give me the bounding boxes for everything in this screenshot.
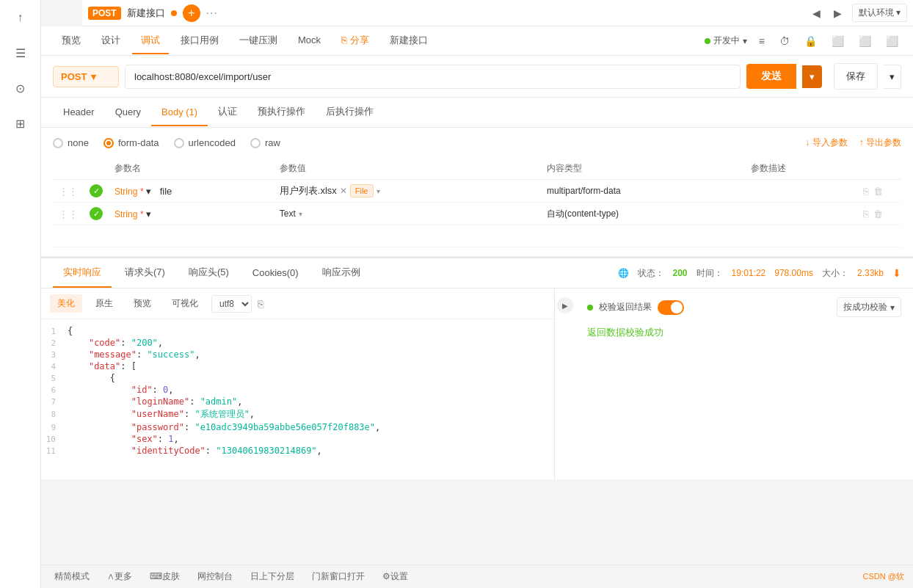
line-content: "password": "e10adc3949ba59abbe56e057f20… [68, 422, 554, 432]
row2-type-arrow[interactable]: ▾ [146, 208, 151, 219]
code-line: 11 "identityCode": "13040619830214869", [41, 445, 554, 457]
row2-value-type-arrow[interactable]: ▾ [299, 210, 302, 218]
save-button[interactable]: 保存 [834, 63, 878, 90]
req-tab-query[interactable]: Query [105, 99, 151, 126]
row1-delete-icon[interactable]: 🗑 [873, 186, 883, 197]
req-tab-auth[interactable]: 认证 [208, 98, 247, 127]
drag-handle-icon[interactable]: ⋮⋮ [59, 208, 78, 219]
validate-status-dot [587, 305, 593, 311]
radio-raw-circle [250, 138, 261, 148]
req-tab-post[interactable]: 后执行操作 [316, 98, 384, 127]
resp-format-raw[interactable]: 原生 [88, 294, 120, 313]
row2-description[interactable] [745, 203, 857, 225]
resp-tab-req-headers[interactable]: 请求头(7) [114, 258, 175, 288]
method-select[interactable]: POST ▾ [53, 66, 119, 87]
radio-urlencoded-label: urlencoded [189, 137, 236, 148]
row2-copy-icon[interactable]: ⎘ [863, 208, 869, 219]
arrow-left-icon[interactable]: ◀ [810, 4, 823, 22]
export-params-button[interactable]: ↑ 导出参数 [859, 137, 901, 149]
radio-urlencoded[interactable]: urlencoded [174, 137, 236, 148]
row1-check[interactable]: ✓ [90, 184, 103, 197]
default-env-button[interactable]: 默认环境 ▾ [852, 4, 907, 22]
nav-list-icon[interactable]: ≡ [756, 32, 768, 50]
resp-format-visual[interactable]: 可视化 [164, 294, 205, 313]
row1-description[interactable] [745, 180, 857, 203]
req-tab-body[interactable]: Body (1) [151, 99, 208, 126]
tab-design[interactable]: 设计 [92, 28, 129, 54]
resp-tab-realtime[interactable]: 实时响应 [53, 258, 112, 288]
radio-none-label: none [68, 137, 89, 148]
save-arrow-button[interactable]: ▾ [884, 65, 901, 89]
env-arrow: ▾ [743, 36, 747, 46]
response-toolbar: 美化 原生 预览 可视化 utf8 ⎘ [41, 288, 554, 319]
encoding-select[interactable]: utf8 [211, 295, 252, 313]
resp-tab-examples[interactable]: 响应示例 [312, 258, 371, 288]
row2-type[interactable]: String [114, 209, 137, 219]
tab-mock[interactable]: Mock [289, 29, 330, 53]
row1-value-type-arrow[interactable]: ▾ [377, 187, 380, 195]
code-line: 8 "userName": "系统管理员", [41, 407, 554, 421]
nav-expand-icon[interactable]: ⬜ [883, 32, 901, 50]
tab-share[interactable]: ⎘ 分享 [332, 28, 378, 54]
tab-debug[interactable]: 调试 [132, 28, 169, 54]
line-content: "message": "success", [68, 349, 554, 360]
sidebar-menu-icon[interactable]: ☰ [9, 41, 32, 65]
import-params-button[interactable]: ↓ 导入参数 [805, 137, 847, 149]
method-value: POST [61, 71, 87, 82]
sidebar-upload-icon[interactable]: ↑ [9, 6, 32, 29]
resp-format-preview[interactable]: 预览 [126, 294, 159, 313]
send-button[interactable]: 发送 [746, 64, 796, 89]
line-number: 4 [41, 362, 68, 371]
radio-raw[interactable]: raw [250, 137, 280, 148]
code-line: 1{ [41, 325, 554, 337]
row1-type-arrow[interactable]: ▾ [146, 186, 151, 197]
tab-examples[interactable]: 接口用例 [172, 28, 228, 54]
drag-handle-icon[interactable]: ⋮⋮ [59, 186, 78, 197]
line-number: 1 [41, 327, 68, 336]
env-badge[interactable]: 开发中 ▾ [705, 35, 747, 47]
req-tab-pre[interactable]: 预执行操作 [247, 98, 316, 127]
url-input[interactable] [125, 65, 741, 89]
sidebar-target-icon[interactable]: ⊙ [9, 76, 32, 100]
empty-row [53, 225, 901, 247]
radio-form-data[interactable]: form-data [103, 137, 159, 148]
new-tab-button[interactable]: + [183, 4, 200, 22]
row1-name-value[interactable]: file [160, 186, 172, 197]
tab-new-api[interactable]: 新建接口 [381, 28, 437, 54]
row2-text-value: Text [280, 208, 296, 219]
download-icon[interactable]: ⬇ [892, 267, 901, 279]
req-tab-header[interactable]: Header [53, 99, 105, 126]
validate-result: 返回数据校验成功 [587, 326, 901, 339]
nav-split-icon[interactable]: ⬜ [856, 32, 874, 50]
more-options-button[interactable]: ··· [206, 7, 218, 20]
validate-toggle[interactable] [658, 300, 684, 315]
row2-delete-icon[interactable]: 🗑 [873, 208, 883, 219]
row1-copy-icon[interactable]: ⎘ [863, 186, 869, 197]
sidebar-grid-icon[interactable]: ⊞ [9, 112, 32, 135]
row2-actions: ⎘ 🗑 [863, 208, 895, 219]
row2-check[interactable]: ✓ [90, 207, 103, 220]
row1-clear-icon[interactable]: ✕ [340, 186, 347, 196]
nav-copy-icon[interactable]: ⬜ [829, 32, 847, 50]
copy-response-icon[interactable]: ⎘ [258, 298, 263, 310]
resp-format-beautify[interactable]: 美化 [50, 294, 82, 313]
expand-arrow-button[interactable]: ▶ [557, 297, 573, 313]
resp-tab-resp-headers[interactable]: 响应头(5) [178, 258, 239, 288]
duration-value: 978.00ms [774, 268, 813, 278]
code-line: 3 "message": "success", [41, 349, 554, 360]
send-arrow-button[interactable]: ▾ [802, 65, 822, 88]
tab-preview[interactable]: 预览 [53, 28, 90, 54]
tab-pressure[interactable]: 一键压测 [230, 28, 286, 54]
play-icon[interactable]: ▶ [831, 4, 845, 22]
resp-tab-cookies[interactable]: Cookies(0) [242, 260, 309, 287]
validate-mode-select[interactable]: 按成功校验 ▾ [837, 297, 901, 317]
table-row: ⋮⋮ ✓ String * ▾ file 用户列表.xlsx ✕ File [53, 180, 901, 203]
app-header: POST 新建接口 + ··· ◀ ▶ 默认环境 ▾ [82, 0, 913, 26]
validate-bar: 校验返回结果 按成功校验 ▾ [587, 297, 901, 317]
nav-clock-icon[interactable]: ⏱ [776, 32, 793, 50]
radio-none[interactable]: none [53, 137, 89, 148]
row1-type[interactable]: String [114, 186, 137, 197]
main-content: POST 新建接口 + ··· ◀ ▶ 默认环境 ▾ 预览 设计 调试 接口用例… [41, 0, 913, 479]
row2-value-cell: Text ▾ [280, 208, 535, 219]
nav-lock-icon[interactable]: 🔒 [801, 32, 820, 50]
